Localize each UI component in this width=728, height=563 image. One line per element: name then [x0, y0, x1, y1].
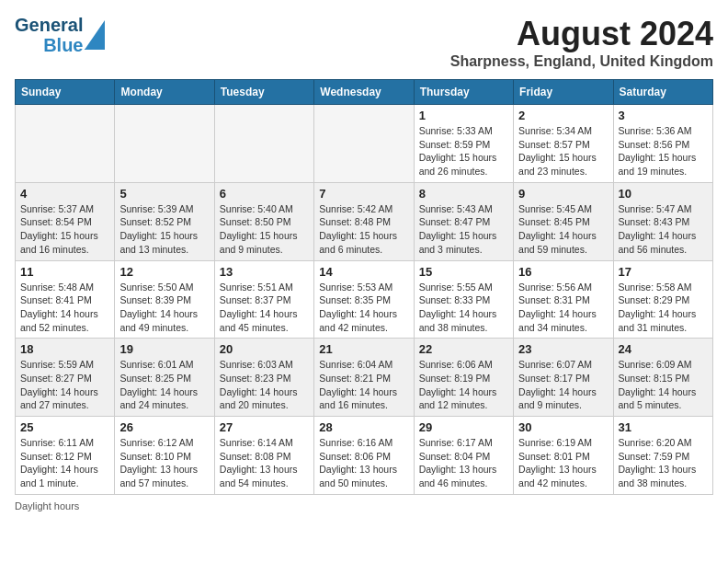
logo-general: General: [15, 15, 83, 35]
day-cell: 2Sunrise: 5:34 AM Sunset: 8:57 PM Daylig…: [514, 105, 613, 183]
day-info: Sunrise: 5:51 AM Sunset: 8:37 PM Dayligh…: [220, 281, 309, 335]
subtitle: Sharpness, England, United Kingdom: [450, 53, 713, 70]
day-cell: [16, 105, 115, 183]
calendar-table: SundayMondayTuesdayWednesdayThursdayFrid…: [15, 79, 713, 495]
day-cell: 7Sunrise: 5:42 AM Sunset: 8:48 PM Daylig…: [314, 182, 414, 260]
week-row-2: 4Sunrise: 5:37 AM Sunset: 8:54 PM Daylig…: [16, 182, 713, 260]
day-cell: 6Sunrise: 5:40 AM Sunset: 8:50 PM Daylig…: [214, 182, 313, 260]
day-number: 18: [20, 342, 109, 356]
day-info: Sunrise: 5:59 AM Sunset: 8:27 PM Dayligh…: [20, 358, 109, 412]
day-cell: 23Sunrise: 6:07 AM Sunset: 8:17 PM Dayli…: [514, 339, 613, 417]
day-info: Sunrise: 5:33 AM Sunset: 8:59 PM Dayligh…: [419, 124, 508, 178]
day-cell: 4Sunrise: 5:37 AM Sunset: 8:54 PM Daylig…: [16, 182, 115, 260]
day-info: Sunrise: 6:01 AM Sunset: 8:25 PM Dayligh…: [119, 358, 209, 412]
footer-note: Daylight hours: [15, 500, 713, 511]
day-cell: 3Sunrise: 5:36 AM Sunset: 8:56 PM Daylig…: [613, 105, 712, 183]
day-info: Sunrise: 5:43 AM Sunset: 8:47 PM Dayligh…: [419, 202, 508, 257]
day-info: Sunrise: 6:17 AM Sunset: 8:04 PM Dayligh…: [419, 436, 508, 490]
svg-marker-0: [85, 20, 105, 50]
col-header-wednesday: Wednesday: [314, 80, 414, 105]
logo-blue: Blue: [43, 35, 83, 55]
day-number: 9: [518, 187, 608, 201]
day-info: Sunrise: 5:48 AM Sunset: 8:41 PM Dayligh…: [20, 281, 109, 335]
day-info: Sunrise: 5:36 AM Sunset: 8:56 PM Dayligh…: [619, 124, 708, 178]
day-cell: 29Sunrise: 6:17 AM Sunset: 8:04 PM Dayli…: [414, 417, 513, 495]
col-header-sunday: Sunday: [16, 80, 115, 105]
daylight-label: Daylight hours: [15, 500, 79, 511]
day-info: Sunrise: 6:07 AM Sunset: 8:17 PM Dayligh…: [518, 358, 608, 412]
day-number: 29: [419, 420, 508, 434]
day-cell: 20Sunrise: 6:03 AM Sunset: 8:23 PM Dayli…: [214, 339, 313, 417]
day-number: 25: [20, 420, 109, 434]
day-number: 10: [619, 187, 708, 201]
week-row-3: 11Sunrise: 5:48 AM Sunset: 8:41 PM Dayli…: [16, 260, 713, 339]
day-number: 6: [220, 187, 309, 201]
day-number: 17: [619, 265, 708, 279]
week-row-4: 18Sunrise: 5:59 AM Sunset: 8:27 PM Dayli…: [16, 339, 713, 417]
title-block: August 2024 Sharpness, England, United K…: [450, 15, 713, 70]
day-cell: [115, 105, 214, 183]
day-number: 3: [619, 109, 708, 122]
day-cell: 5Sunrise: 5:39 AM Sunset: 8:52 PM Daylig…: [115, 182, 214, 260]
day-cell: 31Sunrise: 6:20 AM Sunset: 7:59 PM Dayli…: [613, 417, 712, 495]
day-cell: 13Sunrise: 5:51 AM Sunset: 8:37 PM Dayli…: [214, 260, 313, 339]
day-cell: 8Sunrise: 5:43 AM Sunset: 8:47 PM Daylig…: [414, 182, 513, 260]
week-row-1: 1Sunrise: 5:33 AM Sunset: 8:59 PM Daylig…: [16, 105, 713, 183]
main-title: August 2024: [450, 15, 713, 53]
day-info: Sunrise: 6:11 AM Sunset: 8:12 PM Dayligh…: [20, 436, 109, 490]
day-info: Sunrise: 6:20 AM Sunset: 7:59 PM Dayligh…: [619, 436, 708, 490]
day-number: 5: [119, 187, 209, 201]
day-info: Sunrise: 5:56 AM Sunset: 8:31 PM Dayligh…: [518, 281, 608, 335]
day-cell: 16Sunrise: 5:56 AM Sunset: 8:31 PM Dayli…: [514, 260, 613, 339]
day-info: Sunrise: 5:34 AM Sunset: 8:57 PM Dayligh…: [518, 124, 608, 178]
day-number: 2: [518, 109, 608, 122]
day-number: 23: [518, 342, 608, 356]
day-number: 8: [419, 187, 508, 201]
col-header-thursday: Thursday: [414, 80, 513, 105]
week-row-5: 25Sunrise: 6:11 AM Sunset: 8:12 PM Dayli…: [16, 417, 713, 495]
day-number: 26: [119, 420, 209, 434]
day-cell: 22Sunrise: 6:06 AM Sunset: 8:19 PM Dayli…: [414, 339, 513, 417]
day-info: Sunrise: 6:04 AM Sunset: 8:21 PM Dayligh…: [319, 358, 408, 412]
day-cell: 12Sunrise: 5:50 AM Sunset: 8:39 PM Dayli…: [115, 260, 214, 339]
logo: General Blue: [15, 15, 105, 55]
day-number: 4: [20, 187, 109, 201]
day-info: Sunrise: 6:16 AM Sunset: 8:06 PM Dayligh…: [319, 436, 408, 490]
day-info: Sunrise: 6:19 AM Sunset: 8:01 PM Dayligh…: [518, 436, 608, 490]
day-cell: 19Sunrise: 6:01 AM Sunset: 8:25 PM Dayli…: [115, 339, 214, 417]
day-number: 22: [419, 342, 508, 356]
col-header-monday: Monday: [115, 80, 214, 105]
day-info: Sunrise: 6:09 AM Sunset: 8:15 PM Dayligh…: [619, 358, 708, 412]
day-info: Sunrise: 5:42 AM Sunset: 8:48 PM Dayligh…: [319, 202, 408, 257]
day-number: 27: [220, 420, 309, 434]
day-cell: 24Sunrise: 6:09 AM Sunset: 8:15 PM Dayli…: [613, 339, 712, 417]
day-number: 19: [119, 342, 209, 356]
col-header-friday: Friday: [514, 80, 613, 105]
day-info: Sunrise: 6:14 AM Sunset: 8:08 PM Dayligh…: [220, 436, 309, 490]
day-info: Sunrise: 5:53 AM Sunset: 8:35 PM Dayligh…: [319, 281, 408, 335]
day-cell: 18Sunrise: 5:59 AM Sunset: 8:27 PM Dayli…: [16, 339, 115, 417]
logo-icon: [85, 20, 105, 50]
day-info: Sunrise: 5:47 AM Sunset: 8:43 PM Dayligh…: [619, 202, 708, 257]
day-cell: 28Sunrise: 6:16 AM Sunset: 8:06 PM Dayli…: [314, 417, 414, 495]
day-info: Sunrise: 6:12 AM Sunset: 8:10 PM Dayligh…: [119, 436, 209, 490]
page-header: General Blue August 2024 Sharpness, Engl…: [15, 15, 713, 70]
day-info: Sunrise: 5:58 AM Sunset: 8:29 PM Dayligh…: [619, 281, 708, 335]
col-header-saturday: Saturday: [613, 80, 712, 105]
day-cell: 15Sunrise: 5:55 AM Sunset: 8:33 PM Dayli…: [414, 260, 513, 339]
day-info: Sunrise: 6:03 AM Sunset: 8:23 PM Dayligh…: [220, 358, 309, 412]
day-info: Sunrise: 5:45 AM Sunset: 8:45 PM Dayligh…: [518, 202, 608, 257]
day-cell: 30Sunrise: 6:19 AM Sunset: 8:01 PM Dayli…: [514, 417, 613, 495]
day-number: 20: [220, 342, 309, 356]
calendar-header-row: SundayMondayTuesdayWednesdayThursdayFrid…: [16, 80, 713, 105]
day-number: 28: [319, 420, 408, 434]
day-number: 24: [619, 342, 708, 356]
day-info: Sunrise: 6:06 AM Sunset: 8:19 PM Dayligh…: [419, 358, 508, 412]
day-number: 16: [518, 265, 608, 279]
day-cell: 21Sunrise: 6:04 AM Sunset: 8:21 PM Dayli…: [314, 339, 414, 417]
day-cell: 10Sunrise: 5:47 AM Sunset: 8:43 PM Dayli…: [613, 182, 712, 260]
col-header-tuesday: Tuesday: [214, 80, 313, 105]
day-cell: 26Sunrise: 6:12 AM Sunset: 8:10 PM Dayli…: [115, 417, 214, 495]
day-cell: [314, 105, 414, 183]
day-number: 1: [419, 109, 508, 122]
